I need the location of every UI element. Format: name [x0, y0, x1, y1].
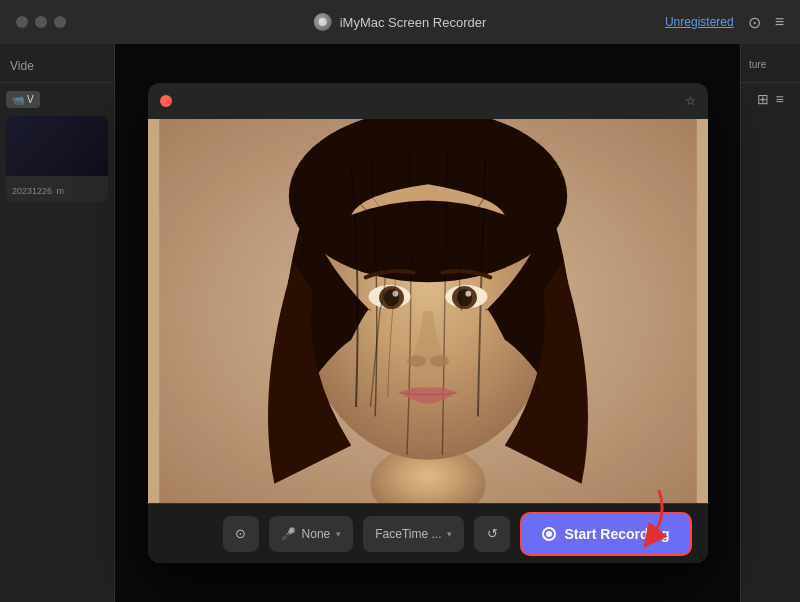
left-sidebar: Vide 📹 V 20231226 m: [0, 44, 115, 602]
modal-titlebar: ☆: [148, 83, 708, 119]
recording-item[interactable]: 20231226 m: [6, 116, 108, 202]
record-dot-icon: [542, 527, 556, 541]
recording-suffix: m: [57, 186, 65, 196]
recording-thumbnail: [6, 116, 108, 176]
reset-button[interactable]: ↺: [474, 516, 510, 552]
right-view-icons: ⊞ ≡: [741, 83, 800, 115]
camera-chevron-icon: ▾: [447, 529, 452, 539]
grid-view-icon[interactable]: ⊞: [757, 91, 769, 107]
modal-overlay: ☆: [115, 44, 740, 602]
center-area: ☆: [115, 44, 740, 602]
app-icon: [314, 13, 332, 31]
titlebar-right: Unregistered ⊙ ≡: [665, 13, 784, 32]
unregistered-link[interactable]: Unregistered: [665, 15, 734, 29]
webcam-toggle-button[interactable]: ⊙: [223, 516, 259, 552]
audio-none-label: None: [302, 527, 331, 541]
pin-icon[interactable]: ☆: [685, 94, 696, 108]
recording-info: 20231226 m: [6, 176, 108, 202]
close-button[interactable]: [16, 16, 28, 28]
menu-icon[interactable]: ≡: [775, 13, 784, 31]
camera-dropdown-button[interactable]: FaceTime ... ▾: [363, 516, 464, 552]
main-area: Vide 📹 V 20231226 m: [0, 44, 800, 602]
mic-icon: 🎤: [281, 527, 296, 541]
titlebar-center: iMyMac Screen Recorder: [314, 13, 487, 31]
svg-point-12: [406, 355, 425, 367]
bell-icon[interactable]: ⊙: [748, 13, 761, 32]
sidebar-video-label: Vide: [10, 59, 34, 73]
audio-chevron-icon: ▾: [336, 529, 341, 539]
svg-point-7: [392, 291, 398, 297]
modal-controls: ⊙ 🎤 None ▾ FaceTime ... ▾: [148, 503, 708, 563]
recording-tabs: 📹 V: [6, 91, 108, 108]
right-sidebar-label: ture: [749, 59, 766, 70]
video-tab-label: V: [27, 94, 34, 105]
svg-point-13: [429, 355, 448, 367]
facetime-label: FaceTime ...: [375, 527, 441, 541]
thumbnail-image: [6, 116, 108, 176]
face-portrait-svg: [148, 119, 708, 503]
arrow-indicator: [630, 487, 680, 547]
titlebar: iMyMac Screen Recorder Unregistered ⊙ ≡: [0, 0, 800, 44]
svg-point-11: [465, 291, 471, 297]
camera-preview: [148, 119, 708, 503]
modal-window: ☆: [148, 83, 708, 563]
webcam-icon: ⊙: [235, 526, 246, 541]
audio-dropdown-button[interactable]: 🎤 None ▾: [269, 516, 354, 552]
sidebar-top: Vide: [0, 44, 114, 83]
maximize-button[interactable]: [54, 16, 66, 28]
traffic-lights: [16, 16, 66, 28]
recording-tab-video[interactable]: 📹 V: [6, 91, 40, 108]
sidebar-recordings: 📹 V 20231226 m: [0, 83, 114, 602]
modal-close-button[interactable]: [160, 95, 172, 107]
minimize-button[interactable]: [35, 16, 47, 28]
app-title: iMyMac Screen Recorder: [340, 15, 487, 30]
list-view-icon[interactable]: ≡: [775, 91, 783, 107]
recording-date: 20231226: [12, 186, 52, 196]
reset-icon: ↺: [487, 526, 498, 541]
video-tab-icon: 📹: [12, 94, 24, 105]
right-sidebar: ture ⊞ ≡: [740, 44, 800, 602]
right-sidebar-top: ture: [741, 44, 800, 83]
